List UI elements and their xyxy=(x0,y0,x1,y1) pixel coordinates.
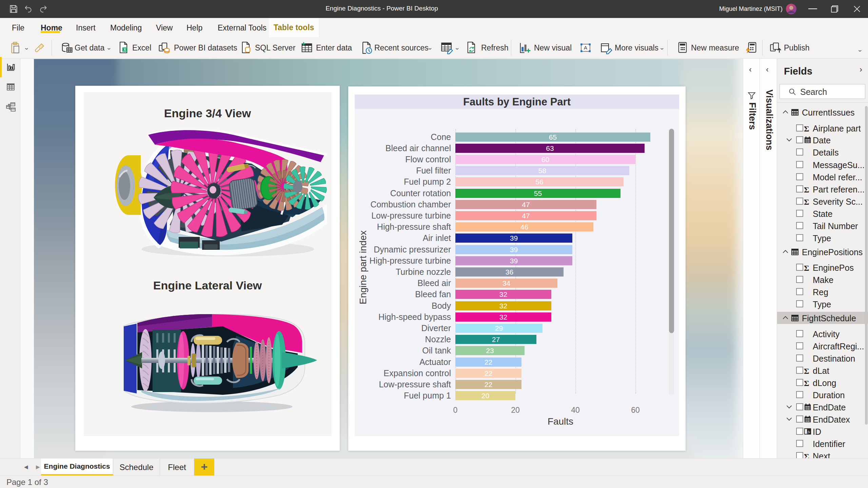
svg-text:X: X xyxy=(124,48,126,52)
svg-text:fx: fx xyxy=(808,430,810,434)
svg-text:A: A xyxy=(584,45,587,50)
